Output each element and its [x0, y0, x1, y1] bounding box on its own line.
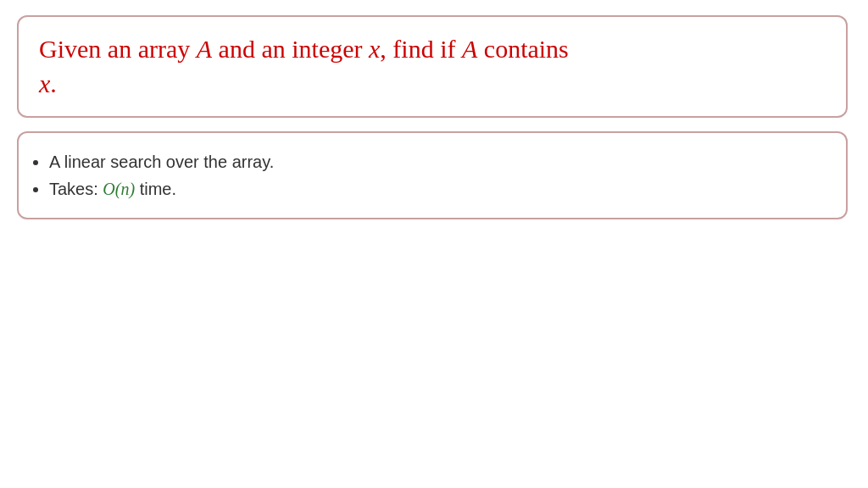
bullet-item-2: Takes: O(n) time. [49, 175, 826, 202]
title-text-and: and an integer [212, 35, 369, 63]
title-text-given: Given an array [39, 35, 197, 63]
var-A1: A [197, 35, 212, 63]
problem-statement-card: Given an array A and an integer x, find … [17, 15, 848, 118]
title-period: . [50, 69, 57, 97]
title-text-contains: contains [477, 35, 568, 63]
bullet2-prefix: Takes: [49, 180, 103, 198]
var-A2: A [462, 35, 477, 63]
bullet-item-1: A linear search over the array. [49, 148, 826, 175]
bullet2-suffix: time. [135, 180, 176, 198]
var-x2: x [39, 69, 50, 97]
bullet-list: A linear search over the array. Takes: O… [25, 148, 826, 202]
bullet2-math: O(n) [103, 180, 135, 198]
solution-card: A linear search over the array. Takes: O… [17, 131, 848, 219]
problem-title: Given an array A and an integer x, find … [39, 32, 826, 101]
bullet1-text: A linear search over the array. [49, 152, 274, 171]
var-x: x [369, 35, 380, 63]
title-text-find: , find if [380, 35, 462, 63]
